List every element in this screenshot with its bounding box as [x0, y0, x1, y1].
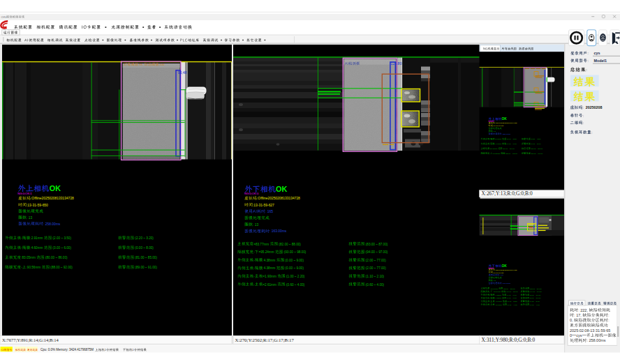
svg-text::(82.00 ~ 88.00): :(82.00 ~ 88.00): [503, 288, 515, 290]
svg-text::: :: [587, 59, 588, 63]
svg-text:OK: OK: [50, 184, 61, 192]
svg-text::13-31-59-650: :13-31-59-650: [493, 125, 504, 127]
svg-text::(0.00 ~ 9.00): :(0.00 ~ 9.00): [284, 259, 304, 262]
svg-text:=2.61mm: =2.61mm: [495, 304, 502, 306]
svg-text:: 13: : 13: [27, 216, 32, 220]
svg-text:=95.24mm: =95.24mm: [492, 291, 501, 293]
svg-text::(1.00 ~ 2.20): :(1.00 ~ 2.20): [507, 301, 517, 303]
svg-text::4.38mm: :4.38mm: [263, 259, 275, 262]
svg-text::: :: [587, 52, 588, 55]
svg-text:X:270;Y:2502;R:17;G:17;B:17: X:270;Y:2502;R:17;G:17;B:17: [235, 338, 295, 342]
svg-text:: 13: : 13: [493, 130, 496, 132]
svg-text::Offline20250208133134728: :Offline20250208133134728: [257, 197, 300, 200]
svg-text::(0.60 ~ 4.00): :(0.60 ~ 4.00): [529, 304, 540, 306]
svg-text::(89.00 ~ 91.00): :(89.00 ~ 91.00): [531, 153, 543, 155]
svg-text:X:267;Y:13;R:0;G:0;B:0: X:267;Y:13;R:0;G:0;B:0: [482, 190, 533, 197]
svg-text::(3.00 ~ 6.00): :(3.00 ~ 6.00): [506, 143, 517, 145]
svg-text:: 258.00ms: : 258.00ms: [586, 338, 605, 342]
svg-text::(1.10 ~ 2.10): :(1.10 ~ 2.10): [529, 301, 540, 303]
svg-text::90.56mm: :90.56mm: [27, 266, 41, 269]
svg-text::(2.00 ~ 3.50): :(2.00 ~ 3.50): [52, 236, 71, 240]
svg-text::: :: [583, 114, 584, 118]
svg-text::(83.00 ~ 87.00): :(83.00 ~ 87.00): [529, 288, 542, 290]
svg-text::93,: :93,: [138, 63, 143, 66]
svg-text:OK: OK: [276, 185, 287, 193]
svg-text::(93.00 ~ 98.00): :(93.00 ~ 98.00): [505, 291, 518, 293]
svg-text::13-31-59-627: :13-31-59-627: [253, 204, 274, 207]
svg-text::(81.00 ~ 85.00): :(81.00 ~ 85.00): [531, 148, 543, 150]
svg-text:0: 0: [570, 333, 572, 338]
svg-text::(0.00 ~ 8.00): :(0.00 ~ 8.00): [134, 246, 154, 250]
svg-text::Offline20250208133134728: :Offline20250208133134728: [495, 269, 517, 271]
svg-text:CVS-: CVS-: [1, 16, 7, 19]
svg-text::13-31-59-627: :13-31-59-627: [493, 272, 504, 274]
svg-text:=1.90mm: =1.90mm: [263, 275, 276, 278]
svg-text::(0.00 ~ 9.00): :(0.00 ~ 9.00): [284, 266, 304, 270]
svg-text::(2.00 ~ 3.50): :(2.00 ~ 3.50): [506, 138, 517, 140]
svg-text::83.05mm: :83.05mm: [21, 256, 36, 259]
svg-text::(89.00 ~ 91.00): :(89.00 ~ 91.00): [134, 266, 157, 269]
svg-text::4.38mm: :4.38mm: [495, 294, 502, 296]
svg-text::(88.00 ~ 92.00): :(88.00 ~ 92.00): [50, 266, 73, 269]
svg-text::(88.00 ~ 92.00): :(88.00 ~ 92.00): [505, 153, 518, 155]
svg-text::2.91mm: :2.91mm: [30, 236, 43, 240]
svg-text::: :: [583, 106, 584, 109]
svg-text:: 165: : 165: [265, 210, 273, 213]
svg-text:X:7677;Y:891;R:14;G:14;B:14: X:7677;Y:891;R:14;G:14;B:14: [2, 338, 59, 342]
svg-text:: 163.00ms: : 163.00ms: [270, 229, 287, 233]
svg-text::100: :100: [158, 63, 165, 66]
svg-text::4.60mm: :4.60mm: [30, 246, 43, 250]
svg-text::(0.60 ~ 4.00): :(0.60 ~ 4.00): [365, 283, 385, 287]
svg-text:NG:0;OK:1: NG:0;OK:1: [17, 192, 32, 195]
svg-text::90.56mm: :90.56mm: [492, 153, 500, 155]
svg-text:: 13: : 13: [253, 223, 258, 227]
svg-text::(94.00 ~ 97.00): :(94.00 ~ 97.00): [529, 291, 542, 293]
svg-text:1: 1: [105, 349, 106, 351]
svg-text::(82.00 ~ 88.00): :(82.00 ~ 88.00): [278, 243, 301, 246]
svg-text:: 13: : 13: [493, 280, 496, 282]
svg-text::(80.00 ~ 86.00): :(80.00 ~ 86.00): [45, 256, 68, 259]
svg-text:=83.77mm: =83.77mm: [253, 243, 269, 246]
svg-text:cys: cys: [594, 51, 600, 55]
svg-text::4.38mm: :4.38mm: [495, 297, 502, 299]
svg-text:X:311;Y:980;R:0;G:0;B:0: X:311;Y:980;R:0;G:0;B:0: [482, 337, 536, 343]
svg-text::(0.00 ~ 9.00): :(0.00 ~ 9.00): [506, 294, 517, 296]
svg-text::(3.00 ~ 6.00): :(3.00 ~ 6.00): [52, 246, 71, 250]
svg-text:2025:02:08-13:31:59:65: 2025:02:08-13:31:59:65: [570, 328, 610, 333]
svg-text::2.91mm: :2.91mm: [495, 138, 502, 140]
svg-text:=2.61mm: =2.61mm: [263, 283, 276, 287]
svg-text:OK: OK: [502, 117, 508, 121]
svg-text::(1.00 ~ 2.20): :(1.00 ~ 2.20): [286, 275, 305, 278]
svg-text:: 17,: : 17,: [574, 313, 582, 317]
svg-text:cys: cys: [576, 333, 582, 338]
svg-text::(2.20 ~ 3.20): :(2.20 ~ 3.20): [134, 236, 154, 240]
svg-text::: :: [583, 121, 584, 125]
svg-text:1: 1: [133, 349, 134, 351]
svg-text::(93.00 ~ 98.00): :(93.00 ~ 98.00): [283, 250, 306, 254]
svg-text::(2.00 ~ 77.00): :(2.00 ~ 77.00): [365, 266, 387, 270]
svg-text:=1.90mm: =1.90mm: [495, 301, 502, 303]
svg-text:0,: 0,: [570, 318, 573, 322]
svg-text:=83.77mm: =83.77mm: [489, 288, 498, 290]
svg-text::(2.20 ~ 3.20): :(2.20 ~ 3.20): [531, 138, 541, 140]
svg-text::: :: [591, 131, 592, 135]
svg-text:20250208: 20250208: [586, 105, 603, 109]
svg-text:123.80: 123.80: [391, 61, 402, 66]
svg-text:93,48: 93,48: [178, 70, 187, 75]
svg-text::(0.60 ~ 4.00): :(0.60 ~ 4.00): [286, 283, 305, 287]
svg-text:: 165: : 165: [499, 274, 503, 276]
svg-text::(1.10 ~ 2.10): :(1.10 ~ 2.10): [365, 275, 385, 278]
svg-text:NG:0;OK:0: NG:0;OK:0: [244, 192, 259, 195]
svg-text::4.38mm: :4.38mm: [263, 266, 275, 270]
svg-text:: 222,: : 222,: [578, 308, 588, 312]
svg-text::(2.00 ~ 77.00): :(2.00 ~ 77.00): [365, 259, 387, 262]
svg-text:: 163.00ms: : 163.00ms: [502, 282, 511, 285]
svg-text::13-31-59-650: :13-31-59-650: [27, 204, 48, 207]
svg-text::(0.00 ~ 8.00): :(0.00 ~ 8.00): [531, 143, 541, 145]
svg-text:: 258.00ms: : 258.00ms: [502, 133, 511, 135]
svg-text:Model1: Model1: [594, 59, 607, 63]
svg-text::(94.00 ~ 97.00): :(94.00 ~ 97.00): [365, 250, 388, 254]
svg-text::(80.00 ~ 86.00): :(80.00 ~ 86.00): [502, 148, 515, 150]
svg-text:: 258.00ms: : 258.00ms: [43, 222, 61, 226]
svg-text::(81.00 ~ 85.00): :(81.00 ~ 85.00): [134, 256, 157, 259]
